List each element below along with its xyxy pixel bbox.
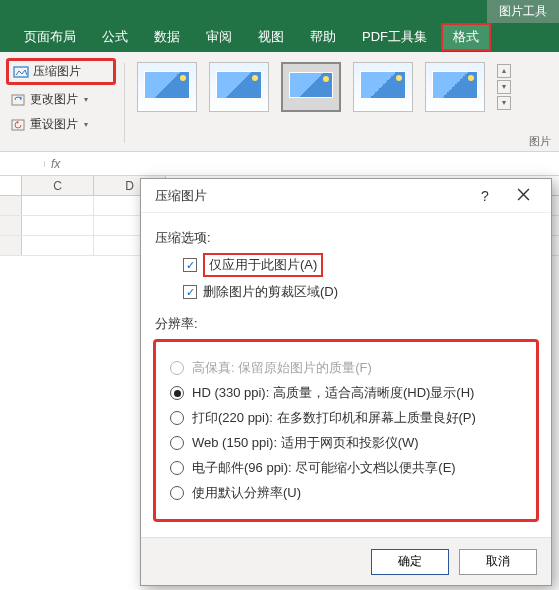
compress-pictures-dialog: 压缩图片 ? 压缩选项: 仅应用于此图片(A) 删除图片的剪裁区域(D) 分辨率… [140, 178, 552, 586]
tab-help[interactable]: 帮助 [298, 23, 348, 51]
help-button[interactable]: ? [467, 188, 503, 204]
resolution-radio-group: 高保真: 保留原始图片的质量(F) HD (330 ppi): 高质量，适合高清… [153, 339, 539, 522]
corner-cell[interactable] [0, 176, 22, 195]
radio-default[interactable] [170, 486, 184, 500]
radio-high-fidelity [170, 361, 184, 375]
titlebar: 图片工具 [0, 0, 559, 22]
picture-styles-gallery: ▴ ▾ ▾ [133, 58, 515, 116]
chevron-down-icon: ▾ [84, 95, 88, 104]
tab-data[interactable]: 数据 [142, 23, 192, 51]
gallery-item[interactable] [209, 62, 269, 112]
ribbon-group-adjust: 压缩图片 更改图片 ▾ 重设图片 ▾ [6, 58, 116, 135]
gallery-scroll: ▴ ▾ ▾ [497, 64, 511, 110]
dialog-title: 压缩图片 [155, 187, 207, 205]
delete-cropped-areas-label: 删除图片的剪裁区域(D) [203, 283, 338, 301]
gallery-up-button[interactable]: ▴ [497, 64, 511, 78]
tab-view[interactable]: 视图 [246, 23, 296, 51]
change-picture-icon [10, 92, 26, 108]
name-box[interactable] [0, 161, 45, 167]
compress-pictures-button[interactable]: 压缩图片 [6, 58, 116, 85]
tab-review[interactable]: 审阅 [194, 23, 244, 51]
resolution-option-high-fidelity: 高保真: 保留原始图片的质量(F) [170, 359, 530, 377]
ok-button[interactable]: 确定 [371, 549, 449, 575]
compress-icon [13, 64, 29, 80]
ribbon-content: 压缩图片 更改图片 ▾ 重设图片 ▾ ▴ ▾ ▾ 图片 [0, 52, 559, 152]
fx-label: fx [45, 157, 66, 171]
reset-picture-button[interactable]: 重设图片 ▾ [6, 114, 116, 135]
resolution-option-print[interactable]: 打印(220 ppi): 在多数打印机和屏幕上质量良好(P) [170, 409, 530, 427]
ribbon-group-label: 图片 [529, 134, 551, 149]
divider [124, 63, 125, 143]
gallery-item[interactable] [425, 62, 485, 112]
dialog-titlebar: 压缩图片 ? [141, 179, 551, 213]
tab-pdf-tools[interactable]: PDF工具集 [350, 23, 439, 51]
ribbon-tabs: 页面布局 公式 数据 审阅 视图 帮助 PDF工具集 格式 [0, 22, 559, 52]
reset-picture-icon [10, 117, 26, 133]
gallery-down-button[interactable]: ▾ [497, 80, 511, 94]
formula-bar: fx [0, 152, 559, 176]
radio-label: 高保真: 保留原始图片的质量(F) [192, 359, 372, 377]
reset-picture-label: 重设图片 [30, 116, 78, 133]
apply-only-this-picture-label: 仅应用于此图片(A) [203, 253, 323, 277]
delete-cropped-areas-checkbox-row: 删除图片的剪裁区域(D) [183, 283, 537, 301]
radio-label: 打印(220 ppi): 在多数打印机和屏幕上质量良好(P) [192, 409, 476, 427]
close-button[interactable] [503, 188, 543, 204]
resolution-option-hd[interactable]: HD (330 ppi): 高质量，适合高清晰度(HD)显示(H) [170, 384, 530, 402]
resolution-option-web[interactable]: Web (150 ppi): 适用于网页和投影仪(W) [170, 434, 530, 452]
apply-only-this-picture-checkbox[interactable] [183, 258, 197, 272]
chevron-down-icon: ▾ [84, 120, 88, 129]
contextual-tab-label: 图片工具 [487, 0, 559, 23]
change-picture-label: 更改图片 [30, 91, 78, 108]
radio-label: 使用默认分辨率(U) [192, 484, 301, 502]
radio-label: 电子邮件(96 ppi): 尽可能缩小文档以便共享(E) [192, 459, 456, 477]
dialog-footer: 确定 取消 [141, 537, 551, 585]
resolution-option-default[interactable]: 使用默认分辨率(U) [170, 484, 530, 502]
apply-only-this-picture-checkbox-row: 仅应用于此图片(A) [183, 253, 537, 277]
compression-options-label: 压缩选项: [155, 229, 537, 247]
col-header[interactable]: C [22, 176, 94, 195]
radio-hd[interactable] [170, 386, 184, 400]
change-picture-button[interactable]: 更改图片 ▾ [6, 89, 116, 110]
close-icon [517, 188, 530, 201]
resolution-option-email[interactable]: 电子邮件(96 ppi): 尽可能缩小文档以便共享(E) [170, 459, 530, 477]
gallery-item-selected[interactable] [281, 62, 341, 112]
tab-format[interactable]: 格式 [441, 23, 491, 51]
tab-formulas[interactable]: 公式 [90, 23, 140, 51]
gallery-item[interactable] [137, 62, 197, 112]
gallery-item[interactable] [353, 62, 413, 112]
radio-web[interactable] [170, 436, 184, 450]
radio-label: HD (330 ppi): 高质量，适合高清晰度(HD)显示(H) [192, 384, 474, 402]
resolution-label: 分辨率: [155, 315, 537, 333]
gallery-more-button[interactable]: ▾ [497, 96, 511, 110]
radio-print[interactable] [170, 411, 184, 425]
cancel-button[interactable]: 取消 [459, 549, 537, 575]
compress-pictures-label: 压缩图片 [33, 63, 81, 80]
dialog-body: 压缩选项: 仅应用于此图片(A) 删除图片的剪裁区域(D) 分辨率: 高保真: … [141, 213, 551, 522]
delete-cropped-areas-checkbox[interactable] [183, 285, 197, 299]
radio-email[interactable] [170, 461, 184, 475]
tab-page-layout[interactable]: 页面布局 [12, 23, 88, 51]
radio-label: Web (150 ppi): 适用于网页和投影仪(W) [192, 434, 419, 452]
